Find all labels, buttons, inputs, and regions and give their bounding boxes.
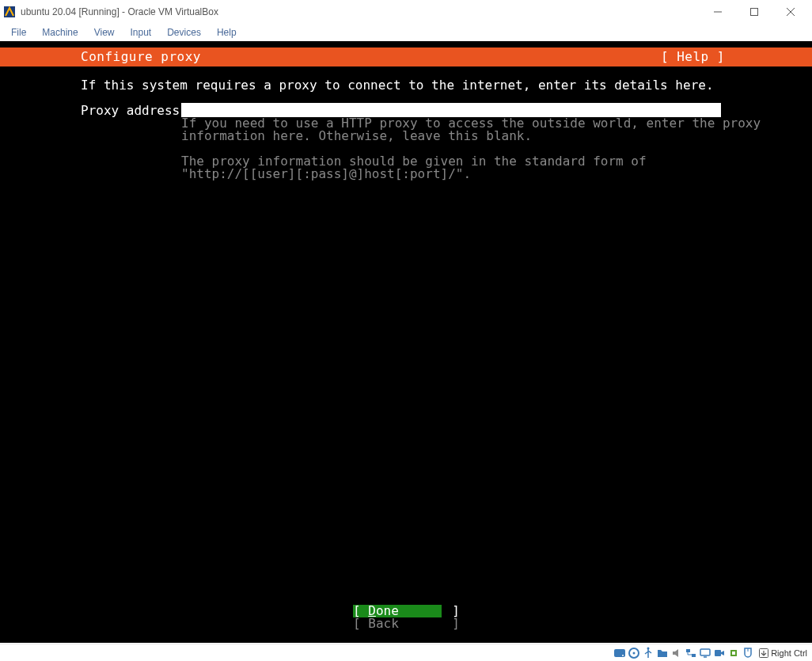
processor-icon[interactable]	[727, 647, 740, 659]
display-icon[interactable]	[699, 647, 711, 659]
window-title: ubuntu 20.04 [Running] - Oracle VM Virtu…	[21, 6, 218, 17]
menu-help[interactable]: Help	[209, 25, 245, 40]
menu-file[interactable]: File	[3, 25, 34, 40]
usb-icon[interactable]	[642, 647, 655, 659]
menu-bar: File Machine View Input Devices Help	[0, 24, 812, 41]
maximize-button[interactable]	[736, 0, 772, 24]
host-key-label: Right Ctrl	[771, 648, 807, 658]
minimize-button[interactable]	[700, 0, 736, 24]
menu-view[interactable]: View	[86, 25, 123, 40]
guest-display[interactable]: Configure proxy [ Help ] If this system …	[0, 41, 812, 643]
svg-rect-14	[715, 650, 721, 656]
window-controls	[700, 0, 809, 24]
svg-point-9	[647, 647, 650, 649]
host-key-indicator[interactable]: Right Ctrl	[759, 648, 807, 658]
audio-icon[interactable]	[670, 647, 683, 659]
proxy-address-label: Proxy address:	[81, 104, 188, 117]
recording-icon[interactable]	[713, 647, 726, 659]
menu-devices[interactable]: Devices	[159, 25, 209, 40]
svg-point-6	[622, 655, 624, 656]
svg-rect-5	[614, 649, 625, 657]
installer-header: Configure proxy [ Help ]	[0, 47, 812, 66]
proxy-help-text-1: If you need to use a HTTP proxy to acces…	[181, 117, 727, 142]
network-icon[interactable]	[685, 647, 697, 659]
close-button[interactable]	[772, 0, 809, 24]
hard-disk-icon[interactable]	[613, 647, 626, 659]
optical-disk-icon[interactable]	[628, 647, 640, 659]
svg-rect-16	[732, 652, 735, 655]
menu-machine[interactable]: Machine	[34, 25, 85, 40]
installer-help[interactable]: [ Help ]	[661, 51, 725, 63]
svg-rect-2	[751, 9, 758, 16]
menu-input[interactable]: Input	[123, 25, 160, 40]
svg-point-8	[633, 652, 636, 654]
mouse-integration-icon[interactable]	[742, 647, 754, 659]
back-button[interactable]: [ Back ]	[353, 617, 442, 630]
shared-folder-icon[interactable]	[656, 647, 669, 659]
svg-rect-10	[686, 649, 690, 652]
installer-instruction: If this system requires a proxy to conne…	[81, 79, 714, 92]
window-titlebar: ubuntu 20.04 [Running] - Oracle VM Virtu…	[0, 0, 812, 24]
svg-rect-12	[700, 649, 710, 655]
proxy-help-text-2: The proxy information should be given in…	[181, 155, 727, 180]
virtualbox-icon	[3, 6, 16, 18]
installer-title: Configure proxy	[81, 51, 201, 63]
vm-statusbar: Right Ctrl	[0, 644, 812, 661]
